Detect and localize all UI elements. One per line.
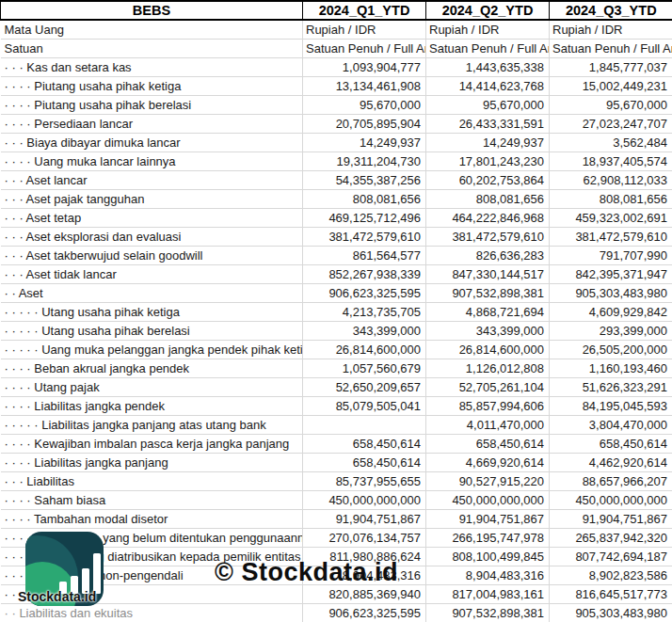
cell-value[interactable]: 27,023,247,707: [550, 115, 672, 134]
cell-value[interactable]: 266,195,747,978: [426, 529, 550, 548]
cell-value[interactable]: 8,904,483,316: [426, 566, 550, 585]
row-label[interactable]: · · · Aset pajak tangguhan: [1, 190, 303, 209]
cell-value[interactable]: 4,011,470,000: [426, 416, 550, 435]
cell-value[interactable]: 85,737,955,655: [303, 472, 426, 491]
cell-value[interactable]: 95,670,000: [550, 96, 672, 115]
row-label[interactable]: Satuan: [1, 40, 303, 58]
cell-value[interactable]: 91,904,751,867: [303, 510, 426, 529]
cell-value[interactable]: [303, 416, 426, 435]
row-label[interactable]: · · · · Beban akrual jangka pendek: [1, 359, 303, 378]
row-label[interactable]: · · · · · Utang usaha pihak berelasi: [1, 322, 303, 341]
cell-value[interactable]: 18,937,405,574: [550, 152, 672, 171]
cell-value[interactable]: 51,626,323,291: [550, 378, 672, 397]
row-label[interactable]: · · Liabilitas dan ekuitas: [1, 604, 303, 622]
period-header-q3[interactable]: 2024_Q3_YTD: [550, 1, 672, 20]
row-label[interactable]: · · · · · Liabilitas jangka panjang atas…: [1, 416, 303, 435]
cell-value[interactable]: 90,527,915,220: [426, 472, 550, 491]
cell-value[interactable]: 4,609,929,842: [550, 303, 672, 322]
cell-value[interactable]: Satuan Penuh / Full Amount: [426, 40, 550, 58]
cell-value[interactable]: 26,814,600,000: [426, 341, 550, 359]
cell-value[interactable]: 52,650,209,657: [303, 378, 426, 397]
cell-value[interactable]: Satuan Penuh / Full Amount: [303, 40, 426, 58]
row-label[interactable]: · · · Kas dan setara kas: [1, 58, 303, 77]
row-label[interactable]: · · · Aset lancar: [1, 171, 303, 190]
cell-value[interactable]: 464,222,846,968: [426, 209, 550, 228]
row-label[interactable]: · · · · · Uang muka pelanggan jangka pen…: [1, 341, 303, 359]
cell-value[interactable]: 13,134,461,908: [303, 77, 426, 96]
row-label[interactable]: · · · Biaya dibayar dimuka lancar: [1, 134, 303, 152]
cell-value[interactable]: Rupiah / IDR: [550, 20, 672, 40]
row-label[interactable]: · · · · Piutang usaha pihak berelasi: [1, 96, 303, 115]
cell-value[interactable]: 15,002,449,231: [550, 77, 672, 96]
row-label[interactable]: · · · · Piutang usaha pihak ketiga: [1, 77, 303, 96]
cell-value[interactable]: 4,868,721,694: [426, 303, 550, 322]
cell-value[interactable]: 381,472,579,610: [303, 228, 426, 247]
cell-value[interactable]: 906,623,325,595: [303, 284, 426, 303]
cell-value[interactable]: 459,323,002,691: [550, 209, 672, 228]
cell-value[interactable]: 95,670,000: [303, 96, 426, 115]
row-label[interactable]: · · · Aset tetap: [1, 209, 303, 228]
cell-value[interactable]: 1,093,904,777: [303, 58, 426, 77]
cell-value[interactable]: 62,908,112,033: [550, 171, 672, 190]
cell-value[interactable]: 88,657,966,207: [550, 472, 672, 491]
row-label[interactable]: · · · · Utang pajak: [1, 378, 303, 397]
cell-value[interactable]: 4,213,735,705: [303, 303, 426, 322]
cell-value[interactable]: 450,000,000,000: [303, 491, 426, 510]
cell-value[interactable]: 381,472,579,610: [426, 228, 550, 247]
cell-value[interactable]: 658,450,614: [303, 435, 426, 454]
cell-value[interactable]: 26,433,331,591: [426, 115, 550, 134]
cell-value[interactable]: 1,126,012,808: [426, 359, 550, 378]
cell-value[interactable]: 1,443,635,338: [426, 58, 550, 77]
row-label[interactable]: · · · · Uang muka lancar lainnya: [1, 152, 303, 171]
cell-value[interactable]: 658,450,614: [303, 454, 426, 472]
row-label[interactable]: · · · · Liabilitas jangka panjang: [1, 454, 303, 472]
row-label[interactable]: · · · · Persediaan lancar: [1, 115, 303, 134]
cell-value[interactable]: 85,079,505,041: [303, 397, 426, 416]
row-label[interactable]: · · Aset: [1, 284, 303, 303]
cell-value[interactable]: 60,202,753,864: [426, 171, 550, 190]
cell-value[interactable]: 450,000,000,000: [550, 491, 672, 510]
period-header-q2[interactable]: 2024_Q2_YTD: [426, 1, 550, 20]
cell-value[interactable]: 861,564,577: [303, 247, 426, 265]
cell-value[interactable]: 8,902,823,586: [550, 566, 672, 585]
row-label[interactable]: · · · · Kewajiban imbalan pasca kerja ja…: [1, 435, 303, 454]
cell-value[interactable]: 808,081,656: [426, 190, 550, 209]
cell-value[interactable]: 20,705,895,904: [303, 115, 426, 134]
cell-value[interactable]: 85,857,994,606: [426, 397, 550, 416]
cell-value[interactable]: 842,395,371,947: [550, 265, 672, 284]
cell-value[interactable]: 905,303,483,980: [550, 284, 672, 303]
row-label[interactable]: · · · · Tambahan modal disetor: [1, 510, 303, 529]
period-header-q1[interactable]: 2024_Q1_YTD: [303, 1, 426, 20]
row-label[interactable]: Mata Uang: [1, 20, 303, 40]
cell-value[interactable]: 4,462,920,614: [550, 454, 672, 472]
cell-value[interactable]: 293,399,000: [550, 322, 672, 341]
cell-value[interactable]: 450,000,000,000: [426, 491, 550, 510]
cell-value[interactable]: 19,311,204,730: [303, 152, 426, 171]
cell-value[interactable]: 26,814,600,000: [303, 341, 426, 359]
row-label[interactable]: · · · Aset tidak lancar: [1, 265, 303, 284]
cell-value[interactable]: 265,837,942,320: [550, 529, 672, 548]
row-label[interactable]: · · · · Liabilitas jangka pendek: [1, 397, 303, 416]
cell-value[interactable]: 3,804,470,000: [550, 416, 672, 435]
cell-value[interactable]: 4,669,920,614: [426, 454, 550, 472]
cell-value[interactable]: 808,100,499,845: [426, 548, 550, 566]
cell-value[interactable]: 847,330,144,517: [426, 265, 550, 284]
cell-value[interactable]: 906,623,325,595: [303, 604, 426, 622]
cell-value[interactable]: 54,355,387,256: [303, 171, 426, 190]
cell-value[interactable]: 84,195,045,593: [550, 397, 672, 416]
cell-value[interactable]: Rupiah / IDR: [303, 20, 426, 40]
cell-value[interactable]: 826,636,283: [426, 247, 550, 265]
cell-value[interactable]: 808,081,656: [550, 190, 672, 209]
cell-value[interactable]: 820,885,369,940: [303, 585, 426, 604]
cell-value[interactable]: 91,904,751,867: [550, 510, 672, 529]
entity-header-cell[interactable]: BEBS: [1, 1, 303, 20]
cell-value[interactable]: 791,707,990: [550, 247, 672, 265]
cell-value[interactable]: 17,801,243,230: [426, 152, 550, 171]
cell-value[interactable]: 1,057,560,679: [303, 359, 426, 378]
row-label[interactable]: · · · Liabilitas: [1, 472, 303, 491]
row-label[interactable]: · · · Aset takberwujud selain goodwill: [1, 247, 303, 265]
cell-value[interactable]: 808,081,656: [303, 190, 426, 209]
cell-value[interactable]: 816,645,517,773: [550, 585, 672, 604]
cell-value[interactable]: 907,532,898,381: [426, 284, 550, 303]
row-label[interactable]: · · · · · Utang usaha pihak ketiga: [1, 303, 303, 322]
